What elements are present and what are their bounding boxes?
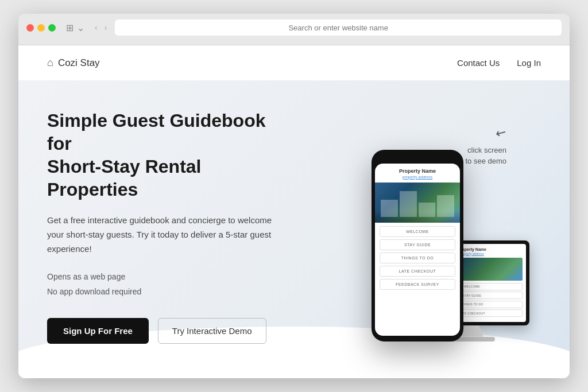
contact-link[interactable]: Contact Us [457,58,500,68]
hero-devices: ↙ click screen to see demo Property Name… [294,112,541,341]
phone-property-image [375,183,460,223]
login-link[interactable]: Log In [517,58,541,68]
phone-menu-items: WELCOME STAY GUIDE THINGS TO DO LATE CHE… [375,223,460,296]
building-1 [381,200,398,217]
phone-menu-welcome: WELCOME [380,226,455,237]
window-controls: ⊞ ⌄ [66,22,84,33]
demo-button[interactable]: Try Interactive Demo [158,318,266,344]
phone-menu-stay-guide: STAY GUIDE [380,239,455,250]
chevron-down-icon: ⌄ [77,22,84,33]
building-3 [419,203,436,217]
phone-property-name: Property Name [375,164,460,175]
website-content: ⌂ Cozi Stay Contact Us Log In Simple Gue… [18,45,570,378]
demo-hint: ↙ click screen to see demo [465,123,506,167]
minimize-button[interactable] [37,24,45,32]
address-bar[interactable] [115,20,562,36]
tab-grid-icon: ⊞ [66,22,74,33]
logo-icon: ⌂ [47,57,53,69]
logo: ⌂ Cozi Stay [47,57,100,69]
phone-menu-things-to-do: THINGS TO DO [380,253,455,263]
phone-mockup[interactable]: Property Name property address WELCOM [372,150,463,341]
demo-hint-arrow-icon: ↙ [492,122,510,143]
navigation: ⌂ Cozi Stay Contact Us Log In [18,45,570,80]
logo-text: Cozi Stay [58,57,100,69]
phone-menu-late-checkout: LATE CHECKOUT [380,266,455,277]
phone-menu-feedback: FEEDBACK SURVEY [380,279,455,290]
maximize-button[interactable] [48,24,56,32]
close-button[interactable] [26,24,34,32]
phone-property-address: property address [375,175,460,179]
phone-notch [403,156,432,160]
signup-button[interactable]: Sign Up For Free [47,318,149,344]
hero-features: Opens as a web page No app download requ… [47,269,294,300]
forward-arrow-icon[interactable]: › [102,22,110,33]
browser-chrome: ⊞ ⌄ ‹ › [18,14,570,45]
hero-title: Simple Guest Guidebook for Short-Stay Re… [47,109,294,201]
phone-screen: Property Name property address WELCOM [375,164,460,336]
hero-content: Simple Guest Guidebook for Short-Stay Re… [47,109,294,343]
monitor-stand [461,325,483,337]
phone-image-decoration [381,191,454,217]
hero-buttons: Sign Up For Free Try Interactive Demo [47,318,294,344]
building-2 [400,191,417,217]
traffic-lights [26,24,56,32]
back-arrow-icon[interactable]: ‹ [92,22,100,33]
building-4 [437,195,454,217]
hero-description: Get a free interactive guidebook and con… [47,214,288,256]
browser-window: ⊞ ⌄ ‹ › ⌂ Cozi Stay Contact Us Log In [18,14,570,378]
hero-section: Simple Guest Guidebook for Short-Stay Re… [18,80,570,378]
nav-links: Contact Us Log In [457,58,541,68]
nav-arrows: ‹ › [92,22,109,33]
